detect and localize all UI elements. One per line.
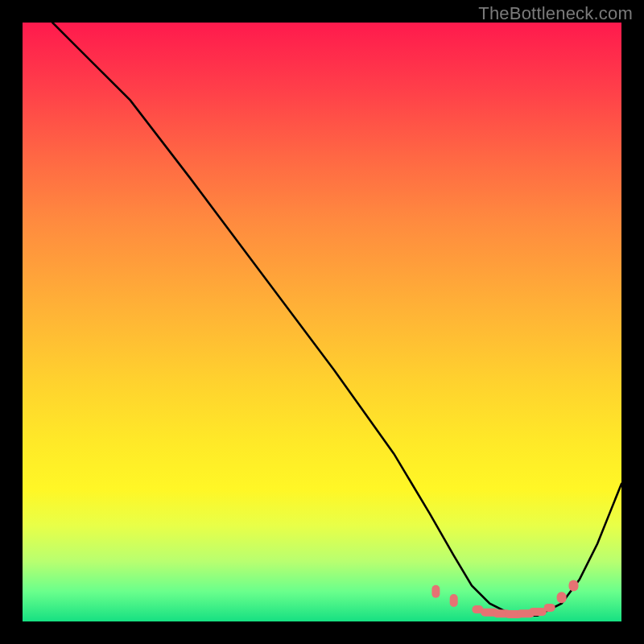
bottleneck-curve: [52, 23, 621, 616]
highlight-dot: [450, 594, 458, 607]
watermark-text: TheBottleneck.com: [478, 3, 633, 24]
chart-frame: TheBottleneck.com: [0, 0, 644, 644]
highlight-dot: [544, 604, 555, 612]
chart-svg: [23, 23, 621, 621]
highlight-dot: [557, 592, 567, 603]
highlight-dots-group: [431, 580, 578, 618]
highlight-dot: [569, 580, 579, 591]
highlight-dot: [529, 608, 547, 616]
highlight-dot: [431, 585, 440, 598]
